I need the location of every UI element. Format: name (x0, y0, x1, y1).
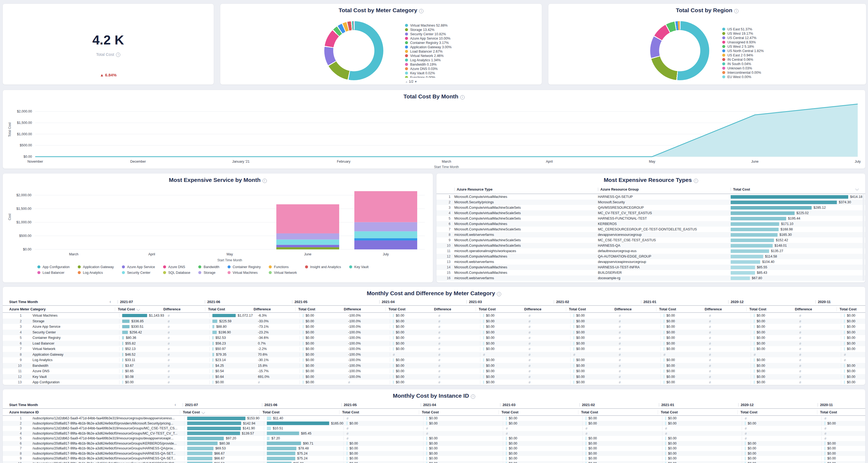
subcolumn-header[interactable]: Total Cost (837, 307, 865, 311)
legend-item[interactable]: Container Registry 3.17% (405, 41, 452, 45)
legend-item[interactable]: Load Balancer (37, 271, 70, 274)
subcolumn-header[interactable]: Total Cost (205, 307, 251, 311)
table-row[interactable]: 1Virtual Machines$1,143.93ø$1,072.17-6.3… (3, 313, 865, 319)
month-header[interactable]: 2021-06 (202, 300, 289, 304)
table-row[interactable]: 16microsoft.web/serverfarmsdocexample-rg… (436, 276, 865, 281)
subcolumn-header[interactable]: Difference (522, 307, 566, 311)
table-row[interactable]: 6/subscriptions/20d6a917-99fa-4b1b-9b2e-… (3, 441, 865, 446)
legend-item[interactable]: App Configuration (37, 265, 70, 269)
table-row[interactable]: 2Storage$336.85ø$225.59-33.0%$0.00-100.0… (3, 319, 865, 324)
legend-item[interactable]: Container Registry (227, 265, 261, 269)
scroll-left-icon[interactable]: ‹ (110, 300, 111, 303)
month-header[interactable]: 2020-11 (815, 403, 865, 407)
legend-item[interactable]: Intercontinental 0.00% (722, 70, 764, 75)
subcolumn-header[interactable]: Difference (702, 307, 746, 311)
legend-item[interactable]: Virtual Network 2.46% (405, 54, 452, 58)
legend-item[interactable]: Bandwidth 0.19% (405, 62, 452, 67)
legend-item[interactable]: Virtual Machines 52.88% (405, 23, 452, 28)
table-row[interactable]: 7Microsoft.Compute/virtualMachineScaleSe… (436, 227, 865, 232)
legend-item[interactable]: IN South 0.04% (722, 62, 764, 66)
legend-item[interactable]: Virtual Machines (227, 271, 261, 274)
meter-category-donut-chart[interactable] (324, 21, 383, 80)
month-header[interactable]: 2021-05 (339, 403, 418, 407)
legend-item[interactable]: US West 2 5.18% (722, 45, 764, 49)
table-row[interactable]: 5/subscriptions/12d2db62-5aa9-471d-84bb-… (3, 436, 865, 441)
legend-item[interactable]: Log Analytics 1.34% (405, 58, 452, 62)
legend-item[interactable]: Virtual Network (269, 271, 297, 274)
subcolumn-header[interactable]: Total Cost (180, 410, 259, 414)
table-row[interactable]: 3Azure App Service$330.51ø$88.80-73.1%$0… (3, 324, 865, 329)
table-row[interactable]: 12Key Vault$0.08ø$0.64691.0%$0.00-100.0%… (3, 374, 865, 380)
month-header[interactable]: 2021-01 (638, 300, 725, 304)
legend-item[interactable]: Insight and Analytics (305, 265, 341, 269)
legend-item[interactable]: Functions (269, 265, 297, 269)
column-header[interactable]: Azure Resource Type (457, 187, 493, 192)
subcolumn-header[interactable]: Total Cost (746, 307, 792, 311)
table-row[interactable]: 5Microsoft.Compute/virtualMachineScaleSe… (436, 216, 865, 221)
month-header[interactable]: 2021-02 (551, 300, 638, 304)
column-header[interactable]: Total Cost (733, 187, 750, 192)
table-row[interactable]: 7/subscriptions/20d6a917-99fa-4b1b-9b2e-… (3, 446, 865, 451)
month-header[interactable]: 2020-11 (813, 300, 865, 304)
table-row[interactable]: 14Microsoft.Compute/virtualMachinesHARNE… (436, 265, 865, 270)
legend-item[interactable]: Load Balancer 2.67% (405, 49, 452, 54)
table-row[interactable]: 8Application Gateway$46.52ø$79.3570.6%$0… (3, 352, 865, 357)
month-header[interactable]: 2021-03 (464, 300, 551, 304)
page-up-icon[interactable]: ▲ (405, 80, 408, 83)
table-row[interactable]: 4Microsoft.Compute/virtualMachineScaleSe… (436, 210, 865, 216)
legend-item[interactable]: Azure App Service 10.00% (405, 36, 452, 41)
month-header[interactable]: 2020-12 (725, 300, 813, 304)
legend-item[interactable]: US West 19.17% (722, 31, 764, 36)
table-row[interactable]: 5Container Registry$80.36ø$52.53-34.6%$0… (3, 335, 865, 341)
table-row[interactable]: 9Microsoft.Compute/virtualMachineScaleSe… (436, 237, 865, 243)
page-down-icon[interactable]: ▼ (414, 80, 417, 83)
table-row[interactable]: 11microsoft.operationalinsights/workspac… (436, 248, 865, 254)
info-icon[interactable] (471, 395, 475, 399)
table-row[interactable]: 8microsoft.web/serverfarmsdevappservicer… (436, 232, 865, 237)
subcolumn-header[interactable]: Total Cost (498, 410, 578, 414)
legend-item[interactable]: Functions 0.00% (405, 75, 452, 78)
month-header[interactable]: 2021-06 (259, 403, 339, 407)
legend-item[interactable]: Application Gateway 3.00% (405, 45, 452, 49)
legend-item[interactable]: Azure DNS (163, 265, 190, 269)
region-donut-chart[interactable] (650, 21, 709, 80)
table-row[interactable]: 11Azure DNS$0.65ø$0.54-15.7%$0.00-100.0%… (3, 368, 865, 374)
subcolumn-header[interactable]: Total Cost (259, 410, 339, 414)
table-row[interactable]: 10Microsoft.Compute/virtualMachineScaleS… (436, 243, 865, 248)
column-header[interactable]: Azure Meter Category (9, 307, 45, 311)
table-row[interactable]: 2/subscriptions/20d6a917-99fa-4b1b-9b2e-… (3, 421, 865, 426)
table-row[interactable]: 9/subscriptions/20d6a917-99fa-4b1b-9b2e-… (3, 456, 865, 461)
total-cost-by-month-area-chart[interactable]: $0.00$500.00$1,000.00$1,500.00$2,000.00T… (3, 90, 865, 169)
sort-chevron-icon[interactable] (855, 187, 859, 191)
legend-item[interactable]: Unassigned 8.93% (722, 40, 764, 45)
legend-item[interactable]: Log Analytics (78, 271, 114, 274)
table-row[interactable]: 15Microsoft.Compute/virtualMachinesBUILD… (436, 270, 865, 276)
legend-item[interactable]: Security Center (122, 271, 155, 274)
table-row[interactable]: 13App Configuration$0.00ø$0.00ø$0.00ø$0.… (3, 379, 865, 385)
info-icon[interactable] (419, 9, 424, 13)
table-row[interactable]: 4Security Center$256.42ø$196.90-23.2%$0.… (3, 329, 865, 335)
legend-item[interactable]: US Central 12.47% (722, 36, 764, 40)
month-header[interactable]: 2020-12 (736, 403, 815, 407)
legend-item[interactable]: Azure App Service (122, 265, 155, 269)
subcolumn-header[interactable]: Total Cost (115, 307, 161, 311)
column-header[interactable]: Azure Resource Group (600, 187, 639, 192)
subcolumn-header[interactable]: Difference (161, 307, 205, 311)
subcolumn-header[interactable]: Total Cost (419, 410, 498, 414)
legend-item[interactable]: Key Vault 0.02% (405, 71, 452, 75)
subcolumn-header[interactable]: Difference (251, 307, 295, 311)
month-header[interactable]: 2021-01 (656, 403, 736, 407)
legend-item[interactable]: Unknown 0.03% (722, 66, 764, 70)
table-row[interactable]: 4/subscriptions/20d6a917-99fa-4b1b-9b2e-… (3, 431, 865, 436)
subcolumn-header[interactable]: Total Cost (817, 410, 865, 414)
month-header[interactable]: 2021-07 (115, 300, 202, 304)
month-header[interactable]: 2021-05 (289, 300, 377, 304)
table-row[interactable]: 12Microsoft.Compute/virtualMachinesQA-AU… (436, 254, 865, 259)
legend-item[interactable]: Key Vault (349, 265, 369, 269)
subcolumn-header[interactable]: Total Cost (737, 410, 817, 414)
legend-item[interactable]: US North Central 1.82% (722, 49, 764, 53)
legend-item[interactable]: US East 51.37% (722, 27, 764, 31)
subcolumn-header[interactable]: Total Cost (656, 307, 702, 311)
legend-item[interactable]: SQL Database (163, 271, 190, 274)
legend-item[interactable]: EU West 0.00% (722, 75, 764, 79)
